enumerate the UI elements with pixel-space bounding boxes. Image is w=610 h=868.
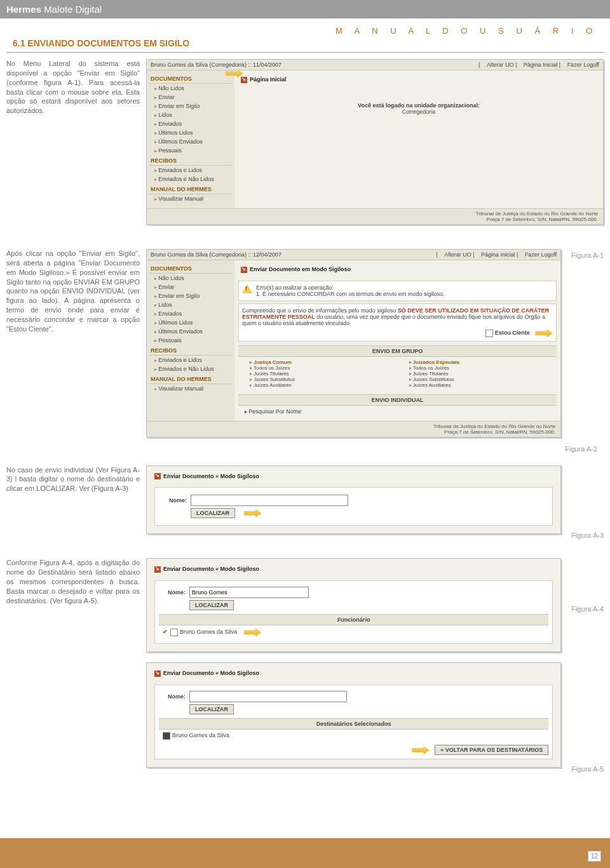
screenshot-a4: Enviar Documento » Modo Sigiloso Nome: L… [146, 558, 561, 652]
result-row[interactable]: Bruno Gomes da Silva [180, 629, 237, 635]
nav-enviados[interactable]: Enviados [149, 119, 232, 128]
nome-input[interactable] [189, 691, 347, 702]
figure-a1-label: Figura A-1 [567, 249, 604, 259]
figure-a2-label: Figura A-2 [6, 443, 604, 453]
nav-enviar-sigilo[interactable]: Enviar em Sigilo [149, 102, 232, 110]
manual-label: M A N U A L D O U S U Á R I O [0, 18, 610, 36]
nav-enviados-nao-lidos[interactable]: Enviados e Não Lidos [149, 175, 232, 184]
screenshot-a2: Bruno Gomes da Silva (Corregedoria) :: 1… [146, 249, 561, 437]
nav-enviar[interactable]: Enviar [149, 93, 232, 102]
localizar-button[interactable]: LOCALIZAR [189, 600, 234, 610]
voltar-button[interactable]: « VOLTAR PARA OS DESTINATÁRIOS [435, 745, 548, 755]
localizar-button[interactable]: LOCALIZAR [191, 508, 235, 518]
screenshot-a1: Bruno Gomes da Silva (Corregedoria) :: 1… [146, 59, 604, 225]
nav-nao-lidos[interactable]: Não Lidos [149, 84, 232, 93]
page-icon [241, 77, 247, 83]
warning-icon [242, 284, 252, 293]
arrow-icon [244, 628, 262, 637]
localizar-button[interactable]: LOCALIZAR [189, 704, 234, 714]
paragraph-2: Após clicar na opção "Enviar em Sigilo",… [6, 249, 140, 334]
error-box: Erro(s) ao realizar a operação:1. É nece… [238, 281, 557, 301]
nav-enviados-lidos[interactable]: Enviados e Lidos [149, 166, 232, 175]
page-number: 12 [588, 851, 601, 862]
nav-manual[interactable]: Visualizar Manual [149, 194, 232, 203]
screenshot-a5: Enviar Documento » Modo Sigiloso Nome: L… [146, 662, 561, 768]
figure-a5-label: Figura A-5 [567, 763, 604, 773]
figure-a4-label: Figura A-4 [567, 603, 604, 613]
arrow-icon [244, 509, 262, 517]
nav-pessoais[interactable]: Pessoais [149, 146, 232, 155]
figure-a3-label: Figura A-3 [567, 529, 604, 539]
paragraph-4: Conforme Figura A-4, após a digitação do… [6, 558, 140, 605]
pesquisar-nome[interactable]: Pesquisar Por Nome [248, 408, 301, 415]
checkbox-row[interactable] [163, 732, 170, 740]
paragraph-1: No Menu Lateral do sistema está disponív… [6, 59, 140, 116]
user-info: Bruno Gomes da Silva (Corregedoria) :: 1… [151, 62, 281, 68]
nome-input[interactable] [191, 495, 348, 506]
screenshot-a3: Enviar Documento » Modo Sigiloso Nome: L… [146, 465, 561, 535]
section-title: 6.1 ENVIANDO DOCUMENTOS EM SIGILO [6, 38, 604, 53]
selected-row: Bruno Gomes da Silva [172, 732, 229, 738]
nav-ultimos-enviados[interactable]: Últimos Enviados [149, 137, 232, 146]
link-alterar[interactable]: Alterar UO [487, 62, 514, 68]
check-icon: ✔ [163, 629, 168, 635]
nav-ultimos-lidos[interactable]: Últimos Lidos [149, 128, 232, 137]
checkbox-ciente[interactable] [485, 330, 493, 337]
arrow-icon [535, 329, 553, 338]
arrow-icon [412, 746, 430, 755]
sidebar: DOCUMENTOS Não Lidos Enviar Enviar em Si… [147, 70, 234, 208]
paragraph-3: No caso de envio individual (Ver Figura … [6, 465, 140, 494]
header-bar: Hermes Malote Digital [0, 0, 610, 18]
nav-lidos[interactable]: Lidos [149, 110, 232, 119]
link-logoff[interactable]: Fazer Logoff [567, 62, 599, 68]
checkbox-row[interactable] [170, 629, 178, 636]
link-pagina-inicial[interactable]: Página Inicial [524, 62, 558, 68]
nome-input[interactable] [189, 587, 309, 598]
